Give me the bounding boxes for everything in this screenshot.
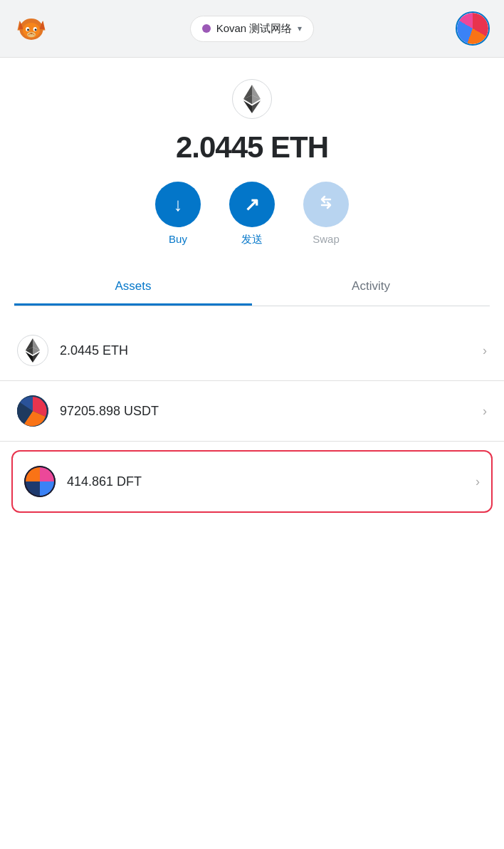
send-label: 发送 [241, 233, 263, 246]
eth-token-icon [17, 335, 48, 366]
svg-point-9 [27, 28, 29, 31]
send-button[interactable] [229, 182, 275, 227]
network-selector[interactable]: Kovan 测试网络 ▾ [190, 16, 315, 42]
network-name-label: Kovan 测试网络 [216, 22, 293, 36]
buy-icon [174, 194, 183, 216]
network-status-dot [202, 24, 211, 33]
tab-activity[interactable]: Activity [252, 269, 490, 306]
wallet-balance: 2.0445 ETH [176, 130, 328, 165]
asset-list: 2.0445 ETH › 97205.898 USDT › [0, 321, 504, 513]
usdt-balance: 97205.898 USDT [60, 404, 483, 419]
svg-point-11 [30, 33, 33, 34]
usdt-chevron-icon: › [483, 404, 487, 419]
eth-balance: 2.0445 ETH [60, 343, 483, 358]
app-header: Kovan 测试网络 ▾ [0, 0, 504, 58]
metamask-logo [14, 10, 48, 47]
tab-bar: Assets Activity [14, 269, 490, 306]
eth-logo-icon [232, 79, 272, 119]
send-button-group: 发送 [229, 182, 275, 246]
swap-label: Swap [313, 233, 340, 245]
main-content: 2.0445 ETH Buy 发送 [0, 58, 504, 849]
svg-point-10 [35, 28, 37, 31]
usdt-token-icon [17, 395, 48, 427]
tab-assets[interactable]: Assets [14, 269, 252, 306]
action-buttons-group: Buy 发送 Swap [155, 182, 349, 246]
swap-button-group: Swap [303, 182, 349, 245]
swap-icon [316, 192, 336, 217]
account-avatar[interactable] [456, 11, 490, 46]
dft-token-icon [24, 466, 56, 497]
dft-chevron-icon: › [476, 474, 480, 489]
swap-button[interactable] [303, 182, 349, 227]
asset-item-eth[interactable]: 2.0445 ETH › [0, 321, 504, 381]
wallet-section: 2.0445 ETH Buy 发送 [0, 58, 504, 321]
send-icon [244, 194, 260, 216]
asset-item-usdt[interactable]: 97205.898 USDT › [0, 381, 504, 442]
asset-item-dft[interactable]: 414.861 DFT › [11, 450, 493, 513]
buy-label: Buy [169, 233, 187, 245]
avatar-image [457, 13, 488, 44]
chevron-down-icon: ▾ [298, 24, 302, 33]
eth-chevron-icon: › [483, 343, 487, 358]
buy-button-group: Buy [155, 182, 201, 245]
dft-balance: 414.861 DFT [67, 474, 476, 489]
buy-button[interactable] [155, 182, 201, 227]
